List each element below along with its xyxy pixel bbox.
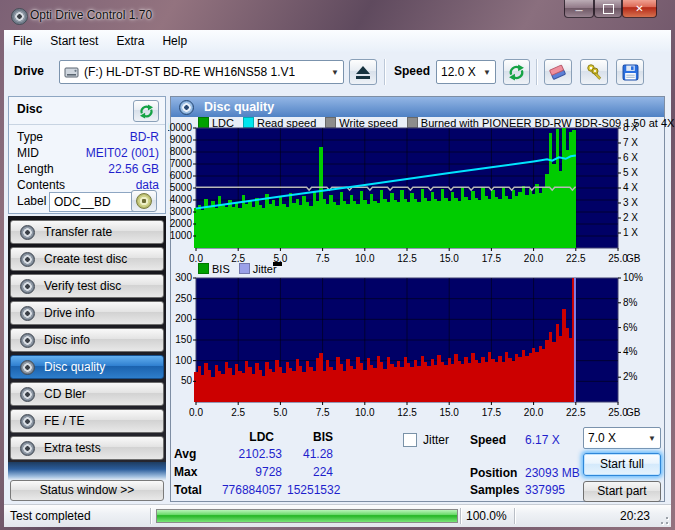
menu-item-start-test[interactable]: Start test <box>41 31 107 51</box>
resize-grip[interactable] <box>656 512 668 524</box>
sidebar-item-label: Disc info <box>44 333 90 347</box>
menu-bar: FileStart testExtraHelp <box>4 30 671 53</box>
start-full-button[interactable]: Start full <box>583 453 661 476</box>
jitter-checkbox[interactable] <box>403 433 417 447</box>
app-disc-icon <box>11 8 28 25</box>
disc-field-label: Type <box>17 130 43 144</box>
sidebar-item-transfer-rate[interactable]: Transfer rate <box>10 220 164 244</box>
disc-field-value: 22.56 GB <box>108 162 159 176</box>
svg-text:8000: 8000 <box>170 146 193 157</box>
svg-text:300: 300 <box>175 272 192 283</box>
ldc-chart: 1000200030004000500060007000800090001000… <box>168 120 666 268</box>
progress-percent: 100.0% <box>466 509 507 523</box>
sidebar-item-disc-info[interactable]: Disc info <box>10 328 164 352</box>
statusbar-separator <box>460 508 462 524</box>
svg-text:2.5: 2.5 <box>231 407 245 418</box>
svg-text:100: 100 <box>175 355 192 366</box>
sidebar: Transfer rateCreate test discVerify test… <box>8 216 166 462</box>
svg-text:GB: GB <box>626 253 641 264</box>
test-speed-select[interactable]: 7.0 X ▼ <box>583 427 661 449</box>
sidebar-item-create-test-disc[interactable]: Create test disc <box>10 247 164 271</box>
eject-button[interactable] <box>349 59 377 85</box>
chevron-down-icon: ▼ <box>483 68 491 77</box>
menu-item-help[interactable]: Help <box>153 31 196 51</box>
stats-cell: 776884057 <box>177 483 282 497</box>
drive-select[interactable]: (F:) HL-DT-ST BD-RE WH16NS58 1.V1 ▼ <box>59 60 344 84</box>
toolbar-separator <box>384 59 386 85</box>
cd-icon <box>20 360 35 375</box>
info-value: 337995 <box>525 483 565 497</box>
svg-text:8 X: 8 X <box>623 122 638 133</box>
bis-chart: 501001502002503002%4%6%8%10%0.02.55.07.5… <box>168 270 666 420</box>
svg-text:200: 200 <box>175 313 192 324</box>
svg-text:6 X: 6 X <box>623 152 638 163</box>
title-bar[interactable]: Opti Drive Control 1.70 ─ ✕ <box>0 0 675 30</box>
sidebar-item-verify-test-disc[interactable]: Verify test disc <box>10 274 164 298</box>
toolbar: Drive (F:) HL-DT-ST BD-RE WH16NS58 1.V1 … <box>4 52 671 93</box>
start-part-button[interactable]: Start part <box>583 481 661 502</box>
svg-text:15.0: 15.0 <box>439 407 459 418</box>
stats-cell: 9728 <box>177 465 282 479</box>
drive-label: Drive <box>14 64 44 78</box>
disc-label-button[interactable] <box>131 190 157 212</box>
stats-cell: 15251532 <box>287 483 333 497</box>
sidebar-item-extra-tests[interactable]: Extra tests <box>10 436 164 460</box>
cd-icon <box>20 441 35 456</box>
svg-text:20.0: 20.0 <box>524 253 544 264</box>
svg-text:1000: 1000 <box>170 230 193 241</box>
svg-text:10000: 10000 <box>168 122 192 133</box>
drive-value: (F:) HL-DT-ST BD-RE WH16NS58 1.V1 <box>84 65 295 79</box>
svg-text:2000: 2000 <box>170 218 193 229</box>
divider <box>9 124 165 125</box>
svg-text:3 X: 3 X <box>623 197 638 208</box>
sidebar-item-cd-bler[interactable]: CD Bler <box>10 382 164 406</box>
sidebar-item-label: FE / TE <box>44 414 84 428</box>
cd-icon <box>20 225 35 240</box>
info-label: Speed <box>470 433 506 447</box>
svg-text:GB: GB <box>626 407 641 418</box>
svg-text:1 X: 1 X <box>623 227 638 238</box>
save-button[interactable] <box>616 59 644 85</box>
cd-icon <box>20 333 35 348</box>
disc-field-row: Length22.56 GB <box>17 162 159 177</box>
stats-cell: 41.28 <box>287 447 333 461</box>
sidebar-item-label: CD Bler <box>44 387 86 401</box>
sidebar-item-drive-info[interactable]: Drive info <box>10 301 164 325</box>
status-window-button[interactable]: Status window >> <box>10 480 164 501</box>
svg-text:7 X: 7 X <box>623 137 638 148</box>
license-button[interactable] <box>580 59 608 85</box>
svg-text:17.5: 17.5 <box>482 253 502 264</box>
elapsed-time: 20:23 <box>564 509 650 523</box>
disc-quality-icon <box>179 100 194 115</box>
refresh-disc-button[interactable] <box>133 100 159 122</box>
stats-cell: BIS <box>287 430 333 444</box>
sidebar-item-fe-te[interactable]: FE / TE <box>10 409 164 433</box>
erase-disc-button[interactable] <box>544 59 572 85</box>
menu-item-file[interactable]: File <box>4 31 41 51</box>
svg-text:7.5: 7.5 <box>316 253 330 264</box>
sidebar-item-disc-quality[interactable]: Disc quality <box>10 355 164 379</box>
progress-fill <box>157 510 457 522</box>
test-speed-value: 7.0 X <box>588 431 616 445</box>
svg-text:22.5: 22.5 <box>566 253 586 264</box>
status-text: Test completed <box>10 509 91 523</box>
stats-cell: 2102.53 <box>177 447 282 461</box>
stats-cell: 224 <box>287 465 333 479</box>
svg-text:4 X: 4 X <box>623 182 638 193</box>
disc-label-input[interactable] <box>49 192 135 212</box>
svg-text:8%: 8% <box>623 297 638 308</box>
refresh-speed-button[interactable] <box>503 59 530 85</box>
info-label: Position <box>470 466 517 480</box>
maximize-button[interactable] <box>594 0 622 18</box>
progress-bar <box>156 509 458 523</box>
minimize-button[interactable]: ─ <box>564 0 594 18</box>
info-value: 6.17 X <box>525 433 560 447</box>
disc-field-value: MEIT02 (001) <box>86 146 159 160</box>
svg-text:4000: 4000 <box>170 194 193 205</box>
disc-field-label: Contents <box>17 178 65 192</box>
cd-icon <box>20 252 35 267</box>
sidebar-item-label: Drive info <box>44 306 95 320</box>
close-button[interactable]: ✕ <box>622 0 657 18</box>
menu-item-extra[interactable]: Extra <box>107 31 153 51</box>
speed-select[interactable]: 12.0 X ▼ <box>436 60 496 84</box>
